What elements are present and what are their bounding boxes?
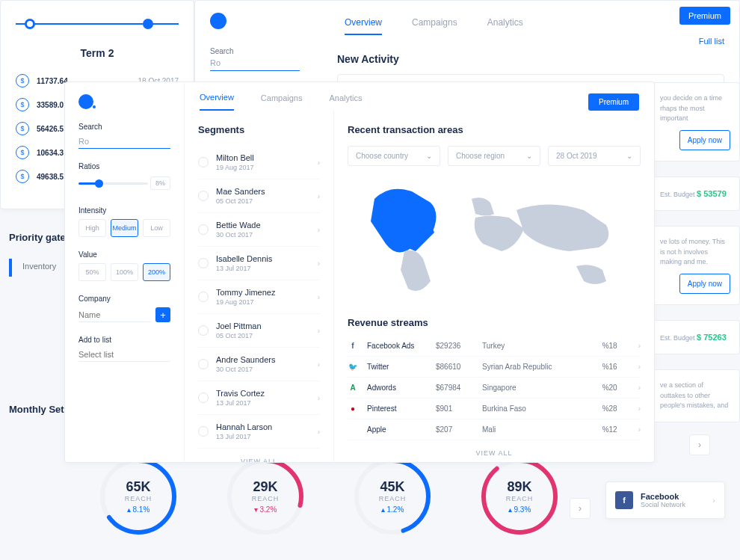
addlist-label: Add to list <box>78 336 170 344</box>
segment-item[interactable]: Hannah Larson13 Jul 2017› <box>198 415 320 449</box>
value-option[interactable]: 50% <box>78 263 106 281</box>
ratios-pct: 8% <box>150 176 170 190</box>
chevron-right-icon: › <box>318 226 320 234</box>
chevron-right-icon: › <box>638 404 641 413</box>
reach-donut: 89KREACH▴ 9.3% <box>478 455 561 538</box>
filter-select[interactable]: Choose region⌄ <box>448 146 540 166</box>
tab-overview[interactable]: Overview <box>200 93 234 111</box>
inventory-label: Inventory <box>22 262 56 271</box>
chevron-right-icon: › <box>318 293 320 301</box>
filter-select[interactable]: 28 Oct 2019⌄ <box>548 146 641 166</box>
tab-overview[interactable]: Overview <box>345 17 382 35</box>
filter-select[interactable]: Choose country⌄ <box>348 146 440 166</box>
logo-icon <box>78 94 93 109</box>
premium-button[interactable]: Premium <box>588 93 639 111</box>
radio-icon <box>198 325 209 336</box>
company-label: Company <box>78 295 170 303</box>
intensity-option[interactable]: Medium <box>111 219 138 237</box>
segments-title: Segments <box>198 124 320 135</box>
chevron-right-icon: › <box>638 363 641 371</box>
tab-analytics[interactable]: Analytics <box>329 93 362 110</box>
apply-button[interactable]: Apply now <box>679 274 730 294</box>
dollar-icon: $ <box>16 74 29 87</box>
revenue-row[interactable]: AAdwords$67984Singapore%20› <box>348 378 641 399</box>
radio-icon <box>198 258 209 268</box>
facebook-icon: f <box>615 491 633 509</box>
segment-item[interactable]: Mae Sanders05 Oct 2017› <box>198 179 320 213</box>
add-company-button[interactable]: + <box>155 307 170 322</box>
value-option[interactable]: 100% <box>111 263 138 281</box>
chevron-right-icon: › <box>638 425 641 434</box>
radio-icon <box>198 191 209 201</box>
full-list-link[interactable]: Full list <box>699 37 724 46</box>
tab-campaigns[interactable]: Campaigns <box>261 93 303 110</box>
aw-icon: A <box>348 384 358 392</box>
revenue-row[interactable]: 🐦Twitter$86610Syrian Arab Republic%16› <box>348 357 641 378</box>
chevron-down-icon: ⌄ <box>426 152 432 160</box>
intensity-option[interactable]: Low <box>143 219 170 237</box>
reach-donut: 45KREACH▴ 1.2% <box>351 455 434 538</box>
bg-tabs: Overview Campaigns Analytics <box>345 17 724 35</box>
revenue-viewall[interactable]: VIEW ALL <box>348 440 641 462</box>
ratios-label: Ratios <box>78 162 170 170</box>
facebook-card[interactable]: f Facebook Social Network › <box>605 481 725 519</box>
intensity-option[interactable]: High <box>78 219 106 237</box>
search-input[interactable] <box>210 55 300 71</box>
chevron-right-icon: › <box>318 327 320 335</box>
segment-item[interactable]: Andre Saunders30 Oct 2017› <box>198 348 320 381</box>
radio-icon <box>198 359 209 369</box>
pi-icon: ● <box>348 404 358 413</box>
tw-icon: 🐦 <box>348 363 358 371</box>
term-slider[interactable] <box>16 23 179 25</box>
company-input[interactable] <box>78 307 151 322</box>
apply-button[interactable]: Apply now <box>679 130 730 150</box>
segment-item[interactable]: Joel Pittman05 Oct 2017› <box>198 314 320 348</box>
revenue-row[interactable]: fFacebook Ads$29236Turkey%18› <box>348 336 641 357</box>
segment-item[interactable]: Isabelle Dennis13 Jul 2017› <box>198 247 320 280</box>
segments-panel: Segments Milton Bell19 Aug 2017›Mae Sand… <box>185 111 334 462</box>
side-item: ve lots of money. This is not h involves… <box>650 226 740 305</box>
world-map[interactable] <box>348 176 641 304</box>
search-input[interactable] <box>78 135 170 149</box>
chevron-right-icon: › <box>638 384 641 392</box>
priority-heading: Priority gates Inventory <box>9 232 71 243</box>
fb-icon: f <box>348 342 358 350</box>
dollar-icon: $ <box>16 146 29 159</box>
search-label: Search <box>78 123 170 131</box>
chevron-right-icon: › <box>318 159 320 167</box>
segment-item[interactable]: Milton Bell19 Aug 2017› <box>198 146 320 179</box>
premium-button[interactable]: Premium <box>679 7 730 25</box>
nav-arrow-button[interactable]: › <box>689 434 710 455</box>
revenue-row[interactable]: Apple$207Mali%12› <box>348 419 641 440</box>
radio-icon <box>198 393 209 403</box>
side-item: ve a section of outtakes to other people… <box>650 369 740 422</box>
side-item: Est. Budget $ 53579 <box>650 176 740 212</box>
tab-campaigns[interactable]: Campaigns <box>412 17 457 35</box>
chevron-right-icon: › <box>318 394 320 402</box>
chevron-right-icon: › <box>318 259 320 268</box>
ratios-slider[interactable]: 8% <box>78 175 170 193</box>
value-option[interactable]: 200% <box>143 263 170 281</box>
tab-analytics[interactable]: Analytics <box>487 17 523 35</box>
logo-icon <box>210 13 226 29</box>
nav-arrow-button[interactable]: › <box>570 498 591 519</box>
segment-item[interactable]: Travis Cortez13 Jul 2017› <box>198 381 320 415</box>
segment-item[interactable]: Bettie Wade30 Oct 2017› <box>198 213 320 247</box>
chevron-right-icon: › <box>318 360 320 369</box>
trans-title: Recent transaction areas <box>348 124 641 135</box>
fb-name: Facebook <box>641 492 685 501</box>
dollar-icon: $ <box>16 98 29 111</box>
revenue-row[interactable]: ●Pinterest$901Burkina Faso%28› <box>348 399 641 419</box>
side-item: Est. Budget $ 75263 <box>650 320 740 355</box>
filters-sidebar: Search Ratios 8% Intensity HighMediumLow… <box>65 82 185 462</box>
segment-item[interactable]: Tommy Jimenez19 Aug 2017› <box>198 280 320 314</box>
segments-viewall[interactable]: VIEW ALL <box>198 449 320 462</box>
chevron-down-icon: ⌄ <box>526 152 532 160</box>
term-title: Term 2 <box>16 47 179 59</box>
chevron-right-icon: › <box>638 342 641 350</box>
chevron-right-icon: › <box>318 428 320 436</box>
value-label: Value <box>78 250 170 259</box>
radio-icon <box>198 426 209 437</box>
addlist-select[interactable] <box>78 348 170 362</box>
radio-icon <box>198 224 209 235</box>
